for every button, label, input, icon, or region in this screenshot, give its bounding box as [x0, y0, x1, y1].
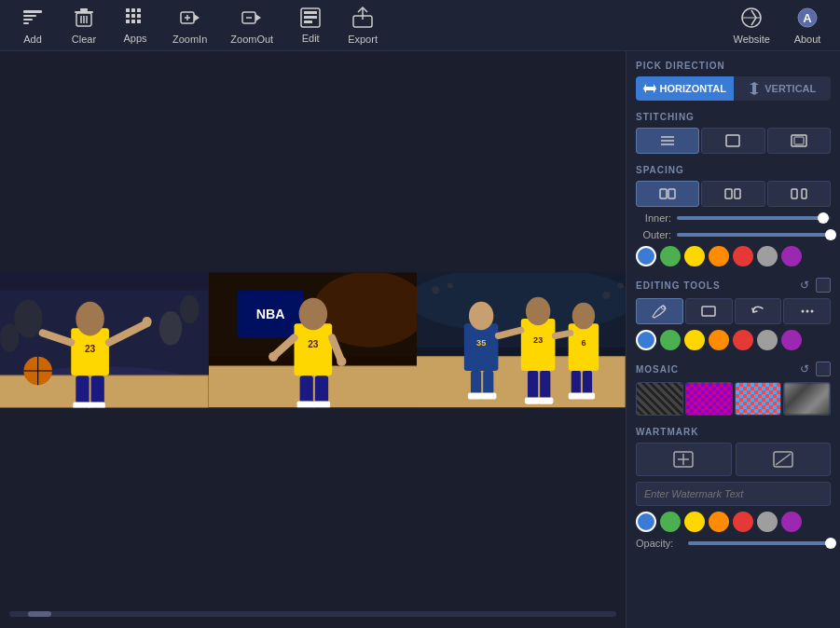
editing-tools-checkbox[interactable] — [816, 278, 831, 293]
editing-tools-controls: ↺ — [797, 278, 831, 293]
inner-label: Inner: — [636, 212, 671, 224]
image-slot-3[interactable]: 35 23 6 — [417, 272, 626, 407]
spacing-color-red[interactable] — [733, 246, 753, 266]
edit-color-blue[interactable] — [636, 330, 656, 350]
edit-icon — [300, 7, 321, 31]
svg-rect-85 — [484, 371, 494, 394]
svg-text:35: 35 — [476, 337, 486, 347]
edit-tool-rect[interactable] — [685, 298, 733, 324]
spacing-color-orange[interactable] — [709, 246, 729, 266]
mosaic-checkbox[interactable] — [816, 362, 831, 376]
svg-rect-16 — [126, 20, 130, 23]
edit-color-green[interactable] — [660, 330, 681, 350]
spacing-color-gray[interactable] — [757, 246, 778, 266]
export-button[interactable]: Export — [338, 3, 387, 48]
svg-text:23: 23 — [308, 338, 319, 348]
svg-text:6: 6 — [582, 337, 586, 347]
svg-rect-122 — [725, 189, 732, 198]
edit-tool-brush[interactable] — [636, 298, 683, 324]
svg-rect-17 — [131, 20, 135, 23]
scrollbar-thumb[interactable] — [28, 611, 51, 617]
svg-marker-24 — [255, 14, 261, 21]
horizontal-button[interactable]: HORIZONTAL — [636, 76, 734, 101]
svg-rect-100 — [569, 392, 583, 399]
export-label: Export — [348, 34, 378, 45]
opacity-row: Opacity: — [636, 538, 831, 549]
website-button[interactable]: Website — [723, 3, 779, 48]
stitching-btn-border2[interactable] — [767, 128, 831, 154]
wm-color-yellow[interactable] — [684, 512, 705, 532]
spacing-color-green[interactable] — [660, 246, 681, 266]
website-icon — [740, 7, 763, 32]
scrollbar-track[interactable] — [9, 611, 616, 617]
svg-rect-123 — [735, 189, 740, 198]
svg-rect-48 — [91, 375, 104, 404]
opacity-slider-track[interactable] — [688, 541, 831, 545]
wm-color-red[interactable] — [733, 512, 753, 532]
edit-color-purple[interactable] — [781, 330, 802, 350]
mosaic-controls: ↺ — [797, 362, 831, 376]
svg-rect-119 — [794, 137, 804, 144]
stitching-btn-border[interactable] — [701, 128, 764, 154]
svg-marker-112 — [750, 92, 759, 95]
watermark-input[interactable] — [636, 482, 831, 506]
spacing-color-purple[interactable] — [781, 246, 802, 266]
svg-rect-98 — [571, 371, 581, 394]
svg-rect-91 — [528, 371, 538, 400]
mosaic-section: MOSAIC ↺ — [636, 362, 831, 416]
mosaic-blur[interactable] — [783, 382, 831, 416]
svg-rect-81 — [464, 323, 499, 371]
edit-color-red[interactable] — [733, 330, 753, 350]
svg-rect-73 — [313, 401, 330, 407]
zoomin-button[interactable]: ZoomIn — [163, 3, 216, 48]
edit-button[interactable]: Edit — [287, 4, 334, 48]
edit-color-yellow[interactable] — [684, 330, 705, 350]
svg-point-46 — [76, 301, 104, 335]
watermark-section: WARTMARK — [636, 427, 831, 549]
horizontal-icon — [643, 82, 656, 95]
spacing-btn-3[interactable] — [767, 181, 831, 207]
apps-button[interactable]: Apps — [112, 4, 158, 48]
mosaic-reset[interactable]: ↺ — [797, 362, 812, 376]
watermark-diagonal-btn[interactable] — [736, 443, 832, 476]
svg-rect-12 — [137, 8, 141, 12]
mosaic-checker[interactable] — [685, 382, 733, 416]
wm-color-orange[interactable] — [709, 512, 729, 532]
svg-point-57 — [0, 323, 19, 352]
spacing-label: SPACING — [636, 165, 831, 175]
edit-tool-undo[interactable] — [735, 298, 782, 324]
image-slot-2[interactable]: NBA 23 — [209, 272, 418, 407]
wm-color-gray[interactable] — [757, 512, 778, 532]
about-button[interactable]: A About — [784, 3, 831, 48]
edit-color-orange[interactable] — [709, 330, 729, 350]
outer-slider-track[interactable] — [677, 233, 831, 237]
wm-color-green[interactable] — [660, 512, 681, 532]
svg-point-56 — [180, 294, 199, 323]
watermark-text-btn[interactable] — [636, 443, 732, 476]
inner-slider-track[interactable] — [677, 216, 831, 220]
zoomout-button[interactable]: ZoomOut — [221, 3, 282, 48]
clear-button[interactable]: Clear — [61, 3, 107, 48]
spacing-color-yellow[interactable] — [684, 246, 705, 266]
wm-color-blue[interactable] — [636, 512, 656, 532]
svg-rect-5 — [80, 8, 88, 11]
image-slot-1[interactable]: 23 — [0, 272, 209, 407]
svg-rect-71 — [315, 375, 328, 404]
stitching-btn-lines[interactable] — [636, 128, 699, 154]
mosaic-stripes[interactable] — [636, 382, 683, 416]
add-button[interactable]: Add — [9, 3, 56, 48]
spacing-color-blue[interactable] — [636, 246, 656, 266]
svg-rect-72 — [296, 401, 313, 407]
svg-rect-18 — [137, 20, 141, 23]
canvas-area: 23 — [0, 51, 626, 628]
main-area: 23 — [0, 51, 840, 628]
vertical-button[interactable]: VERTICAL — [734, 76, 832, 101]
spacing-btn-2[interactable] — [701, 181, 764, 207]
svg-rect-93 — [525, 397, 540, 403]
wm-color-purple[interactable] — [781, 512, 802, 532]
spacing-btn-1[interactable] — [636, 181, 699, 207]
editing-tools-reset[interactable]: ↺ — [797, 278, 812, 293]
mosaic-pixel[interactable] — [735, 382, 782, 416]
edit-color-gray[interactable] — [757, 330, 778, 350]
edit-tool-more[interactable] — [783, 298, 831, 324]
